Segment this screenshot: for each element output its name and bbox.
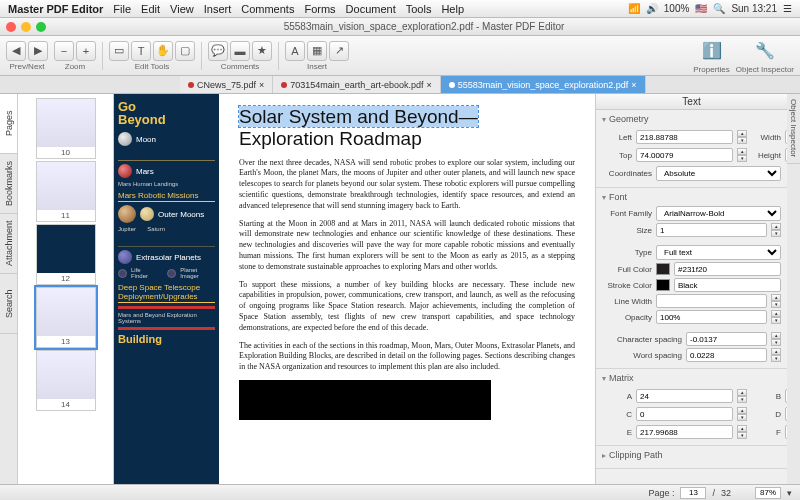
flag-icon[interactable]: 🇺🇸: [695, 3, 707, 14]
stepper[interactable]: ▴▾: [771, 294, 781, 308]
menu-tools[interactable]: Tools: [406, 3, 432, 15]
side-tab-bookmarks[interactable]: Bookmarks: [0, 154, 17, 214]
close-icon[interactable]: [6, 22, 16, 32]
side-tab-object-inspector[interactable]: Object Inspector: [787, 94, 800, 164]
side-tab-pages[interactable]: Pages: [0, 94, 17, 154]
selected-text[interactable]: Solar System and Beyond—: [239, 106, 478, 127]
close-tab-icon[interactable]: ×: [259, 80, 264, 90]
matrix-c-input[interactable]: [636, 407, 733, 421]
infographic-strip: GoBeyond Moon Mars Mars Human Landings M…: [114, 94, 219, 484]
minimize-icon[interactable]: [21, 22, 31, 32]
doc-tab-3[interactable]: 55583main_vision_space_exploration2.pdf×: [441, 76, 646, 93]
menu-insert[interactable]: Insert: [204, 3, 232, 15]
stepper[interactable]: ▴▾: [771, 223, 781, 237]
full-color-input[interactable]: [674, 262, 781, 276]
clipping-header[interactable]: Clipping Path: [602, 450, 781, 460]
hand-tool-button[interactable]: ✋: [153, 41, 173, 61]
stroke-color-input[interactable]: [674, 278, 781, 292]
highlight-button[interactable]: ▬: [230, 41, 250, 61]
coords-select[interactable]: Absolute: [656, 166, 781, 181]
insert-text-button[interactable]: A: [285, 41, 305, 61]
menu-forms[interactable]: Forms: [304, 3, 335, 15]
spotlight-icon[interactable]: 🔍: [713, 3, 725, 14]
menu-edit[interactable]: Edit: [141, 3, 160, 15]
left-input[interactable]: [636, 130, 733, 144]
zoom-in-button[interactable]: +: [76, 41, 96, 61]
paragraph-1[interactable]: Over the next three decades, NASA will s…: [239, 158, 575, 212]
properties-label: Properties: [693, 65, 729, 74]
stepper[interactable]: ▴▾: [737, 389, 747, 403]
font-size-input[interactable]: [656, 223, 767, 237]
app-name[interactable]: Master PDF Editor: [8, 3, 103, 15]
zoom-input[interactable]: [755, 487, 781, 499]
stepper[interactable]: ▴▾: [737, 130, 747, 144]
tool-object-inspector[interactable]: 🔧 Object Inspector: [736, 38, 794, 74]
full-color-swatch[interactable]: [656, 263, 670, 275]
stepper[interactable]: ▴▾: [737, 148, 747, 162]
matrix-header[interactable]: Matrix: [602, 373, 781, 383]
insert-image-button[interactable]: ▦: [307, 41, 327, 61]
stepper[interactable]: ▴▾: [771, 348, 781, 362]
page-image[interactable]: [239, 380, 491, 420]
line-width-input[interactable]: [656, 294, 767, 308]
opacity-input[interactable]: [656, 310, 767, 324]
stepper[interactable]: ▴▾: [771, 332, 781, 346]
font-header[interactable]: Font: [602, 192, 781, 202]
font-type-select[interactable]: Full text: [656, 245, 781, 260]
char-spacing-input[interactable]: [686, 332, 767, 346]
stamp-button[interactable]: ★: [252, 41, 272, 61]
battery-status[interactable]: 100%: [664, 3, 690, 14]
page-current-input[interactable]: [680, 487, 706, 499]
close-tab-icon[interactable]: ×: [426, 80, 431, 90]
zoom-dropdown-icon[interactable]: ▾: [787, 488, 792, 498]
word-spacing-input[interactable]: [686, 348, 767, 362]
matrix-e-input[interactable]: [636, 425, 733, 439]
doc-tab-1[interactable]: CNews_75.pdf×: [180, 76, 273, 93]
zoom-out-button[interactable]: −: [54, 41, 74, 61]
document-canvas[interactable]: GoBeyond Moon Mars Mars Human Landings M…: [114, 94, 595, 484]
clock[interactable]: Sun 13:21: [731, 3, 777, 14]
page-content[interactable]: Solar System and Beyond—Exploration Road…: [219, 94, 595, 484]
text-tool-button[interactable]: T: [131, 41, 151, 61]
close-tab-icon[interactable]: ×: [631, 80, 636, 90]
side-tab-attachment[interactable]: Attachment: [0, 214, 17, 274]
notification-icon[interactable]: ☰: [783, 3, 792, 14]
page-thumb-10[interactable]: 10: [36, 98, 96, 159]
menu-file[interactable]: File: [113, 3, 131, 15]
paragraph-2[interactable]: Starting at the Moon in 2008 and at Mars…: [239, 219, 575, 273]
prev-page-button[interactable]: ◀: [6, 41, 26, 61]
stepper[interactable]: ▴▾: [737, 425, 747, 439]
note-button[interactable]: 💬: [208, 41, 228, 61]
select-tool-button[interactable]: ▢: [175, 41, 195, 61]
stepper[interactable]: ▴▾: [771, 310, 781, 324]
font-family-select[interactable]: ArialNarrow-Bold: [656, 206, 781, 221]
doc-tab-2[interactable]: 703154main_earth_art-ebook.pdf×: [273, 76, 440, 93]
page-thumb-11[interactable]: 11: [36, 161, 96, 222]
menu-comments[interactable]: Comments: [241, 3, 294, 15]
side-tab-search[interactable]: Search: [0, 274, 17, 334]
maximize-icon[interactable]: [36, 22, 46, 32]
tool-group-insert: A ▦ ↗ Insert: [285, 41, 349, 71]
matrix-a-input[interactable]: [636, 389, 733, 403]
tool-properties[interactable]: ℹ️ Properties: [693, 38, 729, 74]
pointer-tool-button[interactable]: ▭: [109, 41, 129, 61]
paragraph-4[interactable]: The activities in each of the sections i…: [239, 341, 575, 373]
top-input[interactable]: [636, 148, 733, 162]
menu-help[interactable]: Help: [441, 3, 464, 15]
page-thumb-13[interactable]: 13: [36, 287, 96, 348]
page-thumb-12[interactable]: 12: [36, 224, 96, 285]
menu-view[interactable]: View: [170, 3, 194, 15]
stepper[interactable]: ▴▾: [737, 407, 747, 421]
planet-imager-icon: [167, 269, 176, 278]
page-thumb-14[interactable]: 14: [36, 350, 96, 411]
menu-document[interactable]: Document: [346, 3, 396, 15]
insert-link-button[interactable]: ↗: [329, 41, 349, 61]
paragraph-3[interactable]: To support these missions, a number of k…: [239, 280, 575, 334]
wifi-icon[interactable]: 📶: [628, 3, 640, 14]
page-heading[interactable]: Solar System and Beyond—Exploration Road…: [239, 106, 575, 150]
next-page-button[interactable]: ▶: [28, 41, 48, 61]
volume-icon[interactable]: 🔊: [646, 3, 658, 14]
stroke-color-swatch[interactable]: [656, 279, 670, 291]
geometry-header[interactable]: Geometry: [602, 114, 781, 124]
mars-beyond-label: Mars and Beyond Exploration Systems: [118, 312, 215, 324]
